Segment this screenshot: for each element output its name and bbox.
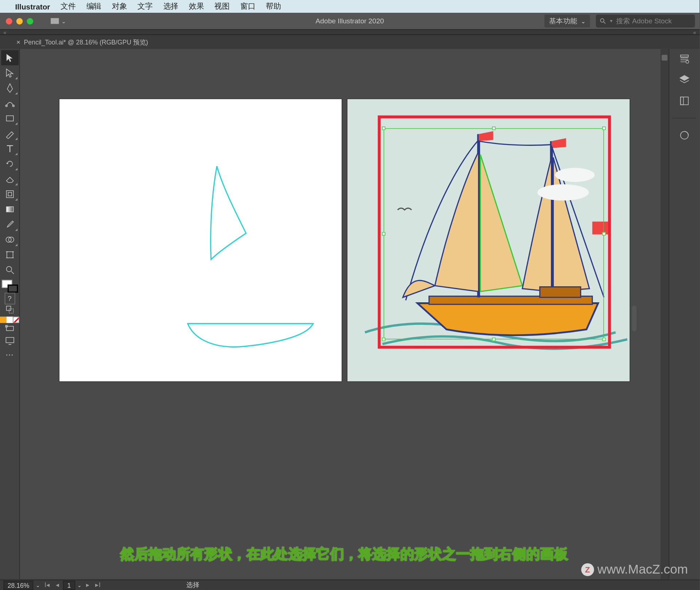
edit-help-toggle[interactable]: ?	[4, 293, 15, 304]
svg-rect-21	[6, 337, 14, 342]
svg-point-2	[5, 105, 7, 107]
svg-point-0	[600, 19, 604, 22]
libraries-panel-icon[interactable]	[678, 94, 691, 107]
menu-object[interactable]: 对象	[112, 1, 127, 12]
minimize-window-button[interactable]	[16, 18, 23, 24]
selection-tool[interactable]	[1, 50, 18, 66]
gradient-tool[interactable]	[1, 202, 18, 217]
menu-select[interactable]: 选择	[163, 1, 179, 12]
right-panel-strip	[669, 49, 700, 579]
svg-rect-4	[6, 116, 13, 121]
artboard-chevron-icon[interactable]: ⌄	[77, 582, 82, 588]
close-tab-button[interactable]: ×	[16, 38, 20, 46]
artboard-2[interactable]	[347, 99, 629, 381]
close-window-button[interactable]	[6, 18, 12, 24]
menu-view[interactable]: 视图	[214, 1, 230, 12]
artboard-1[interactable]	[59, 99, 341, 381]
curvature-tool[interactable]	[1, 96, 18, 111]
menu-window[interactable]: 窗口	[240, 1, 256, 12]
tool-panel: ? ⋯	[0, 49, 20, 579]
prev-artboard-button[interactable]: ◂	[54, 581, 61, 589]
svg-rect-10	[7, 252, 13, 258]
expand-left-icon[interactable]: «	[0, 30, 10, 35]
svg-point-3	[12, 105, 14, 107]
first-artboard-button[interactable]: I◂	[43, 581, 51, 589]
zoom-level-field[interactable]: 28.16%	[4, 581, 34, 590]
artboard-index-field[interactable]: 1	[63, 581, 75, 590]
status-bar: 28.16% ⌄ I◂ ◂ 1 ⌄ ▸ ▸I 选择	[0, 579, 700, 590]
last-artboard-button[interactable]: ▸I	[94, 581, 102, 589]
document-tab-bar: × Pencil_Tool.ai* @ 28.16% (RGB/GPU 预览)	[0, 35, 700, 49]
svg-point-31	[686, 60, 689, 63]
menu-effect[interactable]: 效果	[189, 1, 204, 12]
svg-rect-18	[9, 309, 13, 313]
paintbrush-tool[interactable]	[1, 126, 18, 141]
svg-rect-7	[6, 207, 13, 212]
svg-line-16	[11, 271, 13, 274]
svg-point-15	[6, 267, 11, 272]
app-titlebar: ⌄ Adobe Illustrator 2020 基本功能 ⌄ ▾ 搜索 Ado…	[0, 13, 700, 29]
mac-menubar: Illustrator 文件 编辑 对象 文字 选择 效果 视图 窗口 帮助	[0, 0, 700, 13]
eraser-tool[interactable]	[1, 171, 18, 187]
properties-panel-icon[interactable]	[678, 53, 691, 65]
menu-file[interactable]: 文件	[61, 1, 76, 12]
window-controls[interactable]	[0, 18, 33, 24]
app-title: Adobe Illustrator 2020	[316, 17, 384, 25]
layers-panel-icon[interactable]	[678, 73, 691, 86]
shape-builder-tool[interactable]	[1, 232, 18, 247]
stroke-swatch[interactable]	[7, 284, 18, 292]
panel-drag-handle[interactable]	[632, 306, 637, 331]
workspace-switcher[interactable]: 基本功能 ⌄	[544, 15, 590, 27]
direct-selection-tool[interactable]	[1, 65, 18, 81]
svg-rect-6	[8, 193, 12, 196]
menu-help[interactable]: 帮助	[266, 1, 281, 12]
svg-rect-32	[681, 97, 688, 105]
artboard-tool[interactable]	[1, 247, 18, 263]
zoom-window-button[interactable]	[27, 18, 34, 24]
tutorial-instruction-text: 然后拖动所有形状，在此处选择它们，将选择的形状之一拖到右侧的画板	[20, 544, 669, 563]
zoom-tool[interactable]	[1, 263, 18, 278]
color-mode-row[interactable]	[0, 317, 19, 323]
search-stock-input[interactable]: ▾ 搜索 Adobe Stock	[596, 15, 695, 27]
drawing-mode-icon[interactable]	[1, 304, 18, 315]
appearance-panel-icon[interactable]	[678, 129, 691, 141]
svg-line-1	[604, 22, 606, 24]
menu-edit[interactable]: 编辑	[86, 1, 102, 12]
menu-type[interactable]: 文字	[137, 1, 153, 12]
canvas-area[interactable]: 然后拖动所有形状，在此处选择它们，将选择的形状之一拖到右侧的画板	[20, 49, 669, 579]
rectangle-tool[interactable]	[1, 111, 18, 126]
arrange-documents-button[interactable]: ⌄	[51, 18, 66, 24]
svg-rect-5	[6, 191, 13, 198]
svg-rect-17	[6, 306, 11, 310]
edit-toolbar-button[interactable]: ⋯	[5, 350, 13, 359]
vertical-scrollbar[interactable]	[661, 49, 669, 579]
eyedropper-tool[interactable]	[1, 217, 18, 232]
pen-tool[interactable]	[1, 81, 18, 96]
workspace-label: 基本功能	[549, 16, 577, 26]
type-tool[interactable]	[1, 141, 18, 156]
search-placeholder: 搜索 Adobe Stock	[616, 16, 672, 26]
app-menu[interactable]: Illustrator	[15, 2, 50, 11]
svg-rect-33	[681, 97, 684, 105]
expand-right-icon[interactable]: «	[690, 30, 700, 35]
panel-expand-bar[interactable]: « «	[0, 29, 700, 35]
zoom-chevron-icon[interactable]: ⌄	[36, 582, 40, 588]
artboard-1-content	[59, 99, 341, 381]
document-tab-label[interactable]: Pencil_Tool.ai* @ 28.16% (RGB/GPU 预览)	[24, 38, 148, 46]
selection-bounding-box[interactable]	[383, 128, 603, 339]
chevron-down-icon: ⌄	[581, 18, 586, 24]
rotate-tool[interactable]	[1, 156, 18, 172]
next-artboard-button[interactable]: ▸	[84, 581, 91, 589]
search-icon	[599, 18, 606, 24]
current-tool-label: 选择	[186, 581, 199, 590]
width-tool[interactable]	[1, 187, 18, 202]
fill-stroke-swatch[interactable]	[1, 280, 18, 293]
workspace-main: ? ⋯	[0, 49, 700, 579]
change-screen-icon[interactable]	[1, 335, 18, 346]
screen-mode-icon[interactable]	[1, 323, 18, 335]
